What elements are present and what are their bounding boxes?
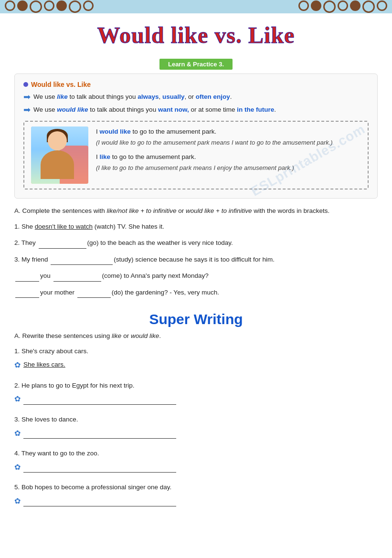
deco-circle	[56, 0, 67, 11]
sw-sentence-4: 4. They want to go to the zoo.	[14, 448, 378, 459]
blank-2	[39, 238, 86, 249]
sw-sentence-1: 1. She's crazy about cars.	[14, 346, 378, 357]
top-circles-right	[298, 0, 387, 13]
sw-item-1: 1. She's crazy about cars. ✿ She likes c…	[14, 346, 378, 371]
sw-instruction: A. Rewrite these sentences using like or…	[14, 332, 378, 339]
rule-2: ➡ We use would like to talk about things…	[23, 105, 369, 116]
deco-circle	[17, 0, 28, 11]
sw-blank-5	[23, 495, 176, 506]
sw-sentence-5: 5. Bob hopes to become a professional si…	[14, 482, 378, 493]
sw-answer-filled-1: She likes cars.	[23, 359, 176, 370]
example-note-2: (I like to go to the amusement park mean…	[96, 163, 333, 173]
deco-circle	[69, 0, 81, 13]
deco-circle	[362, 0, 375, 13]
deco-circle	[30, 0, 42, 13]
answer-1: doesn't like to watch	[35, 223, 93, 230]
rule-2-text: We use would like to talk about things y…	[33, 105, 276, 115]
deco-circle	[350, 0, 360, 11]
exercise-item-2: 2. They (go) to the beach as the weather…	[14, 238, 378, 249]
item-word-3: (study) science because he says it is to…	[114, 256, 275, 263]
deco-circle	[323, 0, 336, 13]
exercise-a-instruction: A. Complete the sentences with like/not …	[14, 206, 378, 216]
item-text-5a: your mother	[40, 289, 76, 296]
super-writing-area: A. Rewrite these sentences using like or…	[14, 332, 378, 507]
blank-4b	[53, 271, 101, 282]
lp-badge: Learn & Practice 3.	[159, 59, 233, 70]
item-num-3: 3. My friend	[14, 256, 50, 263]
example-box: I would like to go to the amusement park…	[23, 121, 369, 190]
deco-circle	[377, 0, 387, 11]
exercise-a: A. Complete the sentences with like/not …	[14, 206, 378, 298]
section-title: Would like vs. Like	[23, 81, 369, 88]
content-box: Would like vs. Like ➡ We use like to tal…	[14, 74, 378, 199]
sw-arrow-icon: ✿	[14, 358, 21, 371]
arrow-icon: ➡	[23, 92, 31, 103]
sw-arrow-icon: ✿	[14, 392, 21, 405]
example-text: I would like to go to the amusement park…	[96, 126, 333, 173]
sw-answer-5: ✿	[14, 495, 378, 507]
deco-circle	[44, 0, 54, 11]
blue-dot-icon	[23, 82, 28, 87]
sw-blank-2	[23, 393, 176, 405]
blank-5b	[77, 287, 111, 298]
sw-item-3: 3. She loves to dance. ✿	[14, 414, 378, 440]
example-note-1: (I would like to go to the amusement par…	[96, 137, 333, 148]
deco-circle	[298, 0, 309, 11]
exercise-item-5: your mother (do) the gardening? - Yes, v…	[14, 287, 378, 298]
sw-blank-3	[23, 427, 176, 439]
sw-blank-4	[23, 461, 176, 473]
sw-arrow-icon: ✿	[14, 495, 21, 507]
sw-answer-4: ✿	[14, 461, 378, 474]
item-word-5: (do) the gardening? - Yes, very much.	[112, 289, 219, 296]
top-circles-left	[5, 0, 94, 13]
blank-4a	[15, 271, 39, 282]
example-image	[31, 126, 88, 184]
rule-1-text: We use like to talk about things you alw…	[33, 92, 232, 102]
sw-item-4: 4. They want to go to the zoo. ✿	[14, 448, 378, 474]
super-writing-title: Super Writing	[0, 311, 392, 327]
sw-sentence-3: 3. She loves to dance.	[14, 414, 378, 425]
blank-3	[51, 254, 113, 265]
item-text-4a: you	[40, 272, 53, 279]
item-num: 1. She	[14, 223, 35, 230]
example-line-2: I like to go to the amusement park.	[96, 152, 333, 163]
exercise-item-3: 3. My friend (study) science because he …	[14, 254, 378, 265]
arrow-icon: ➡	[23, 105, 31, 116]
sw-item-2: 2. He plans to go to Egypt for his next …	[14, 380, 378, 406]
sw-sentence-2: 2. He plans to go to Egypt for his next …	[14, 380, 378, 391]
deco-circle	[311, 0, 321, 11]
exercise-item-1: 1. She doesn't like to watch (watch) TV.…	[14, 221, 378, 232]
deco-circle	[5, 0, 15, 11]
sw-answer-3: ✿	[14, 427, 378, 440]
section-title-text: Would like vs. Like	[31, 81, 91, 88]
example-line-1: I would like to go to the amusement park…	[96, 126, 333, 137]
deco-circle	[83, 0, 94, 11]
sw-item-5: 5. Bob hopes to become a professional si…	[14, 482, 378, 507]
page-title: Would like vs. Like	[0, 22, 392, 48]
top-bar	[0, 0, 392, 13]
item-word-4: (come) to Anna's party next Monday?	[102, 272, 209, 279]
rule-1: ➡ We use like to talk about things you a…	[23, 92, 369, 103]
blank-5a	[15, 287, 39, 298]
exercise-item-4: you (come) to Anna's party next Monday?	[14, 271, 378, 282]
item-word-2: (go) to the beach as the weather is very…	[87, 239, 233, 246]
deco-circle	[338, 0, 348, 11]
title-area: Would like vs. Like	[0, 13, 392, 53]
item-word-1: (watch) TV. She hates it.	[93, 223, 164, 230]
sw-answer-2: ✿	[14, 392, 378, 405]
sw-arrow-icon: ✿	[14, 461, 21, 474]
badge-area: Learn & Practice 3.	[0, 59, 392, 70]
sw-arrow-icon: ✿	[14, 427, 21, 440]
sw-answer-1: ✿ She likes cars.	[14, 358, 378, 371]
item-num-2: 2. They	[14, 239, 38, 246]
